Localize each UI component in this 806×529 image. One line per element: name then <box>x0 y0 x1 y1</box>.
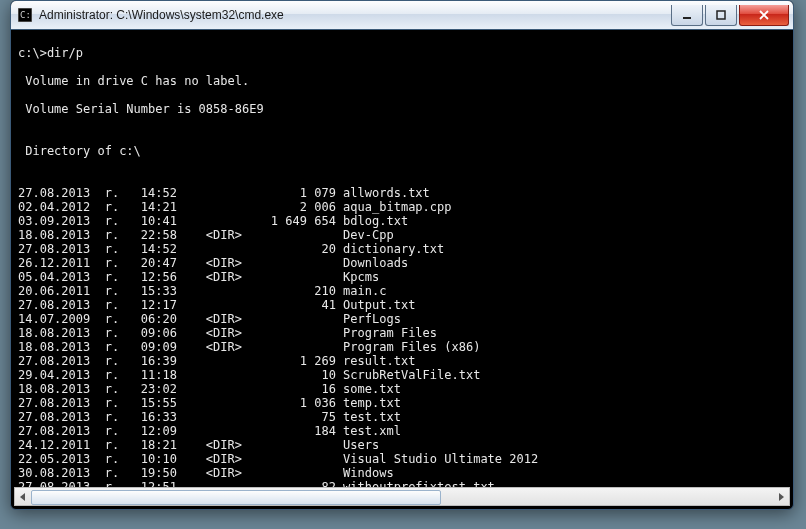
svg-rect-2 <box>683 17 691 19</box>
prompt-line: c:\>dir/p <box>18 46 786 60</box>
scroll-track[interactable] <box>31 489 773 504</box>
serial-line: Volume Serial Number is 0858-86E9 <box>18 102 786 116</box>
dir-entry: 30.08.2013 r. 19:50 <DIR> Windows <box>18 466 786 480</box>
dir-entry: 03.09.2013 r. 10:41 1 649 654 bdlog.txt <box>18 214 786 228</box>
scroll-right-arrow-icon[interactable] <box>773 489 789 504</box>
scroll-left-arrow-icon[interactable] <box>15 489 31 504</box>
scroll-thumb[interactable] <box>31 490 441 505</box>
dir-entry: 02.04.2012 r. 14:21 2 006 aqua_bitmap.cp… <box>18 200 786 214</box>
dir-entry: 27.08.2013 r. 16:33 75 test.txt <box>18 410 786 424</box>
dir-entry: 27.08.2013 r. 12:17 41 Output.txt <box>18 298 786 312</box>
dir-listing: 27.08.2013 r. 14:52 1 079 allwords.txt02… <box>18 186 786 487</box>
dir-entry: 27.08.2013 r. 12:09 184 test.xml <box>18 424 786 438</box>
cmd-icon: C: <box>17 7 33 23</box>
dir-entry: 22.05.2013 r. 10:10 <DIR> Visual Studio … <box>18 452 786 466</box>
titlebar[interactable]: C: Administrator: C:\Windows\system32\cm… <box>11 1 793 30</box>
dir-entry: 18.08.2013 r. 09:09 <DIR> Program Files … <box>18 340 786 354</box>
directory-of-line: Directory of c:\ <box>18 144 786 158</box>
dir-entry: 27.08.2013 r. 15:55 1 036 temp.txt <box>18 396 786 410</box>
window-buttons <box>669 5 789 25</box>
window-title: Administrator: C:\Windows\system32\cmd.e… <box>39 8 669 22</box>
terminal-area[interactable]: c:\>dir/p Volume in drive C has no label… <box>14 30 790 487</box>
cmd-window: C: Administrator: C:\Windows\system32\cm… <box>10 0 794 510</box>
svg-rect-3 <box>717 11 725 19</box>
dir-entry: 18.08.2013 r. 23:02 16 some.txt <box>18 382 786 396</box>
dir-entry: 20.06.2011 r. 15:33 210 main.c <box>18 284 786 298</box>
dir-entry: 27.08.2013 r. 14:52 20 dictionary.txt <box>18 242 786 256</box>
dir-entry: 27.08.2013 r. 16:39 1 269 result.txt <box>18 354 786 368</box>
dir-entry: 27.08.2013 r. 14:52 1 079 allwords.txt <box>18 186 786 200</box>
dir-entry: 18.08.2013 r. 09:06 <DIR> Program Files <box>18 326 786 340</box>
dir-entry: 24.12.2011 r. 18:21 <DIR> Users <box>18 438 786 452</box>
dir-entry: 14.07.2009 r. 06:20 <DIR> PerfLogs <box>18 312 786 326</box>
dir-entry: 18.08.2013 r. 22:58 <DIR> Dev-Cpp <box>18 228 786 242</box>
dir-entry: 05.04.2013 r. 12:56 <DIR> Kpcms <box>18 270 786 284</box>
maximize-button[interactable] <box>705 5 737 26</box>
dir-entry: 26.12.2011 r. 20:47 <DIR> Downloads <box>18 256 786 270</box>
dir-entry: 29.04.2013 r. 11:18 10 ScrubRetValFile.t… <box>18 368 786 382</box>
dir-entry: 27.08.2013 r. 12:51 82 withoutprefixtest… <box>18 480 786 487</box>
horizontal-scrollbar[interactable] <box>14 487 790 506</box>
minimize-button[interactable] <box>671 5 703 26</box>
volume-line: Volume in drive C has no label. <box>18 74 786 88</box>
svg-text:C:: C: <box>20 10 31 20</box>
close-button[interactable] <box>739 5 789 26</box>
